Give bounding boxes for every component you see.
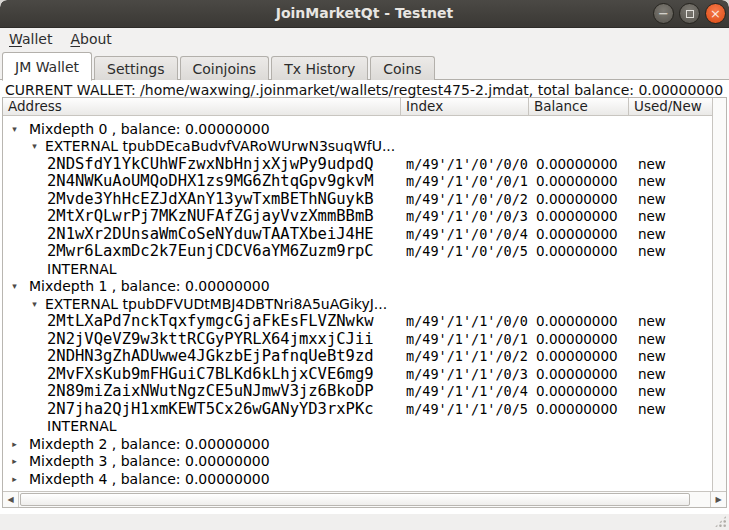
vertical-scrollbar[interactable] xyxy=(712,98,726,491)
index-cell: m/49'/1'/1'/0/4 xyxy=(401,383,529,399)
mixdepth-label: Mixdepth 4 , balance: 0.00000000 xyxy=(29,471,270,487)
index-cell: m/49'/1'/0'/0/4 xyxy=(401,226,529,242)
expanded-triangle-icon[interactable]: ▾ xyxy=(9,281,20,291)
address-cell: 2MtLXaPd7nckTqxfymgcGjaFkEsFLVZNwkw xyxy=(3,312,401,330)
tree-row-address[interactable]: 2N2jVQeVZ9w3kttRCGyPYRLX64jmxxjCJiim/49'… xyxy=(3,330,712,348)
tree-row-mixdepth[interactable]: ▸Mixdepth 2 , balance: 0.00000000 xyxy=(3,435,712,453)
used-new-cell: new xyxy=(629,401,712,417)
address-cell: 2N1wXr2DUnsaWmCoSeNYduwTAATXbeiJ4HE xyxy=(3,225,401,243)
tree-row-address[interactable]: 2MtLXaPd7nckTqxfymgcGjaFkEsFLVZNwkwm/49'… xyxy=(3,313,712,331)
mixdepth-label: Mixdepth 1 , balance: 0.00000000 xyxy=(29,278,270,294)
expanded-triangle-icon[interactable]: ▾ xyxy=(9,124,20,134)
horizontal-scrollbar-thumb[interactable] xyxy=(20,493,690,506)
index-cell: m/49'/1'/1'/0/0 xyxy=(401,313,529,329)
tree-row-address[interactable]: 2N89miZaixNWutNgzCE5uNJmwV3jz6BkoDPm/49'… xyxy=(3,383,712,401)
tab-tx-history[interactable]: Tx History xyxy=(271,56,368,80)
address-text: 2N4NWKuAoUMQoDHX1zs9MG6ZhtqGpv9gkvM xyxy=(3,172,374,190)
address-text: 2MtLXaPd7nckTqxfymgcGjaFkEsFLVZNwkw xyxy=(3,312,374,330)
minimize-icon[interactable]: − xyxy=(653,3,674,24)
tree-row-mixdepth[interactable]: ▾Mixdepth 0 , balance: 0.00000000 xyxy=(3,120,712,138)
expanded-triangle-icon[interactable]: ▾ xyxy=(29,299,40,309)
balance-cell: 0.00000000 xyxy=(529,208,629,224)
index-cell: m/49'/1'/1'/0/1 xyxy=(401,331,529,347)
tree-row-address[interactable]: 2NDHN3gZhADUwwe4JGkzbEjPafnqUeBt9zdm/49'… xyxy=(3,348,712,366)
status-strip xyxy=(0,514,729,530)
expanded-triangle-icon[interactable]: ▾ xyxy=(29,141,40,151)
close-icon[interactable]: × xyxy=(705,3,726,24)
resize-grip-icon[interactable] xyxy=(714,515,727,528)
used-new-cell: new xyxy=(629,348,712,364)
balance-cell: 0.00000000 xyxy=(529,156,629,172)
address-cell: 2Mwr6LaxmDc2k7EunjCDCV6aYM6Zuzm9rpC xyxy=(3,242,401,260)
column-header-used-new[interactable]: Used/New xyxy=(629,98,712,115)
scroll-left-icon[interactable]: ◀ xyxy=(3,492,19,507)
branch-label: EXTERNAL tpubDFVUDtMBJ4DBTNri8A5uAGikyJ.… xyxy=(45,296,387,312)
balance-cell: 0.00000000 xyxy=(529,331,629,347)
scroll-right-icon[interactable]: ▶ xyxy=(710,492,726,507)
tree-row-branch[interactable]: ▾EXTERNAL tpubDFVUDtMBJ4DBTNri8A5uAGikyJ… xyxy=(3,295,712,313)
address-text: 2N2jVQeVZ9w3kttRCGyPYRLX64jmxxjCJii xyxy=(3,330,374,348)
tab-coins[interactable]: Coins xyxy=(370,56,434,80)
collapsed-triangle-icon[interactable]: ▸ xyxy=(9,439,20,449)
index-cell: m/49'/1'/0'/0/2 xyxy=(401,191,529,207)
tree-row-mixdepth[interactable]: ▸Mixdepth 4 , balance: 0.00000000 xyxy=(3,470,712,488)
horizontal-scrollbar[interactable]: ◀ ▶ xyxy=(3,491,726,507)
collapsed-triangle-icon[interactable]: ▸ xyxy=(9,456,20,466)
tree-row-address[interactable]: 2MtXrQLwrPj7MKzNUFAfZGjayVvzXmmBBmBm/49'… xyxy=(3,208,712,226)
tree-row-internal[interactable]: INTERNAL xyxy=(3,418,712,436)
tree-row-address[interactable]: 2Mvde3YhHcEZJdXAnY13ywTxmBEThNGuykBm/49'… xyxy=(3,190,712,208)
column-header-balance[interactable]: Balance xyxy=(529,98,629,115)
address-cell: ▸Mixdepth 4 , balance: 0.00000000 xyxy=(3,471,401,487)
address-cell: ▾EXTERNAL tpubDEcaBudvfVARoWUrwN3suqWfU.… xyxy=(3,138,401,154)
address-cell: 2Mvde3YhHcEZJdXAnY13ywTxmBEThNGuykB xyxy=(3,190,401,208)
tree-row-mixdepth[interactable]: ▾Mixdepth 1 , balance: 0.00000000 xyxy=(3,278,712,296)
tab-coinjoins[interactable]: Coinjoins xyxy=(180,56,270,80)
maximize-icon[interactable] xyxy=(679,3,700,24)
used-new-cell: new xyxy=(629,173,712,189)
address-text: 2MvFXsKub9mFHGuiC7BLKd6kLhjxCVE6mg9 xyxy=(3,365,374,383)
balance-cell: 0.00000000 xyxy=(529,173,629,189)
address-cell: 2N2jVQeVZ9w3kttRCGyPYRLX64jmxxjCJii xyxy=(3,330,401,348)
tab-jm-wallet[interactable]: JM Wallet xyxy=(2,52,92,81)
tree-row-address[interactable]: 2MvFXsKub9mFHGuiC7BLKd6kLhjxCVE6mg9m/49'… xyxy=(3,365,712,383)
index-cell: m/49'/1'/0'/0/0 xyxy=(401,156,529,172)
window-controls: − × xyxy=(653,3,726,24)
tree-row-address[interactable]: 2N7jha2QjH1xmKEWT5Cx26wGANyYD3rxPKcm/49'… xyxy=(3,400,712,418)
tree-header: Address Index Balance Used/New xyxy=(3,98,712,116)
tree-row-address[interactable]: 2Mwr6LaxmDc2k7EunjCDCV6aYM6Zuzm9rpCm/49'… xyxy=(3,243,712,261)
used-new-cell: new xyxy=(629,383,712,399)
column-header-address[interactable]: Address xyxy=(3,98,401,115)
address-cell: 2N89miZaixNWutNgzCE5uNJmwV3jz6BkoDP xyxy=(3,382,401,400)
collapsed-triangle-icon[interactable]: ▸ xyxy=(9,474,20,484)
balance-cell: 0.00000000 xyxy=(529,191,629,207)
balance-cell: 0.00000000 xyxy=(529,366,629,382)
tree-row-internal[interactable]: INTERNAL xyxy=(3,260,712,278)
title-bar[interactable]: JoinMarketQt - Testnet − × xyxy=(0,0,729,28)
tab-settings[interactable]: Settings xyxy=(94,56,177,80)
used-new-cell: new xyxy=(629,331,712,347)
address-text: 2Mwr6LaxmDc2k7EunjCDCV6aYM6Zuzm9rpC xyxy=(3,242,374,260)
balance-cell: 0.00000000 xyxy=(529,383,629,399)
menu-bar: WalletAbout xyxy=(0,28,729,50)
column-header-index[interactable]: Index xyxy=(401,98,529,115)
address-cell: 2NDSfdY1YkCUhWFzwxNbHnjxXjwPy9udpdQ xyxy=(3,155,401,173)
internal-label: INTERNAL xyxy=(3,261,117,277)
menu-item-wallet[interactable]: Wallet xyxy=(0,30,61,48)
address-cell: 2N7jha2QjH1xmKEWT5Cx26wGANyYD3rxPKc xyxy=(3,400,401,418)
tree-row-address[interactable]: 2NDSfdY1YkCUhWFzwxNbHnjxXjwPy9udpdQm/49'… xyxy=(3,155,712,173)
wallet-tree: Address Index Balance Used/New ▾Mixdepth… xyxy=(2,97,727,508)
menu-item-about[interactable]: About xyxy=(61,30,120,48)
tree-row-mixdepth[interactable]: ▸Mixdepth 3 , balance: 0.00000000 xyxy=(3,453,712,471)
address-cell: 2NDHN3gZhADUwwe4JGkzbEjPafnqUeBt9zd xyxy=(3,347,401,365)
address-cell: ▸Mixdepth 2 , balance: 0.00000000 xyxy=(3,436,401,452)
address-text: 2N1wXr2DUnsaWmCoSeNYduwTAATXbeiJ4HE xyxy=(3,225,374,243)
balance-cell: 0.00000000 xyxy=(529,313,629,329)
app-window: JoinMarketQt - Testnet − × WalletAbout J… xyxy=(0,0,729,530)
tree-row-branch[interactable]: ▾EXTERNAL tpubDEcaBudvfVARoWUrwN3suqWfU.… xyxy=(3,138,712,156)
tree-row-address[interactable]: 2N4NWKuAoUMQoDHX1zs9MG6ZhtqGpv9gkvMm/49'… xyxy=(3,173,712,191)
balance-cell: 0.00000000 xyxy=(529,348,629,364)
address-cell: INTERNAL xyxy=(3,261,401,277)
current-wallet-banner: CURRENT WALLET: /home/waxwing/.joinmarke… xyxy=(5,82,727,97)
tree-row-address[interactable]: 2N1wXr2DUnsaWmCoSeNYduwTAATXbeiJ4HEm/49'… xyxy=(3,225,712,243)
balance-cell: 0.00000000 xyxy=(529,243,629,259)
